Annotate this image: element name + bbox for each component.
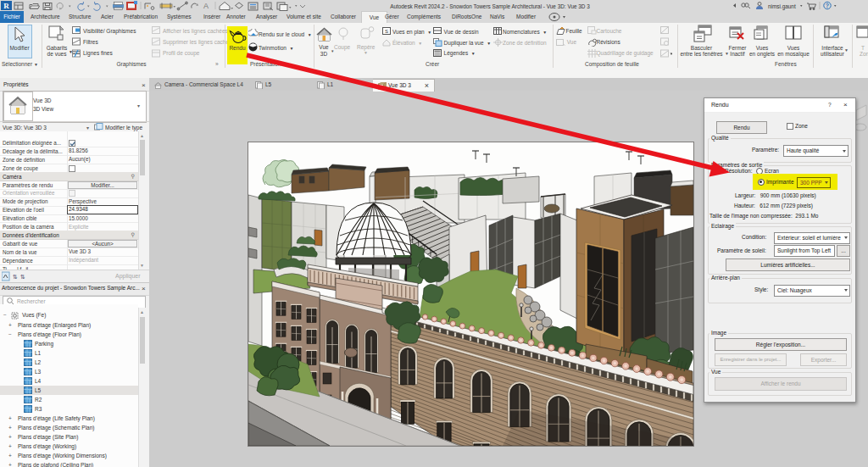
svg-text:⇅: ⇅ xyxy=(13,274,18,280)
svg-text:Autodesk Revit 2024.2 - Snowdo: Autodesk Revit 2024.2 - Snowdon Towers S… xyxy=(390,3,590,10)
svg-text:nimsi.gaunt: nimsi.gaunt xyxy=(768,3,796,10)
svg-text:⇅: ⇅ xyxy=(20,274,25,280)
svg-text:S: S xyxy=(385,29,388,34)
svg-text:A: A xyxy=(203,2,209,10)
svg-text:?: ? xyxy=(826,3,829,8)
svg-text:R: R xyxy=(3,2,9,10)
